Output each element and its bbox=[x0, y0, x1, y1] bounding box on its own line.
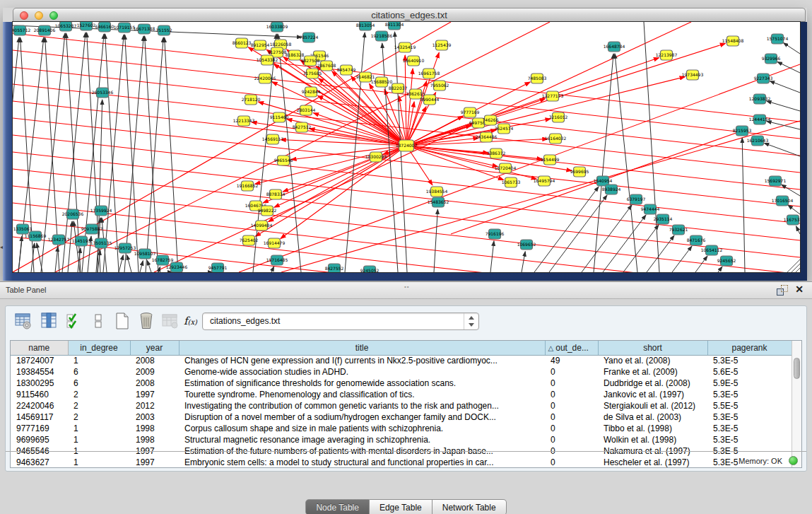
column-header-in-degree[interactable]: in_degree bbox=[68, 341, 130, 355]
graph-node[interactable]: 12093832 bbox=[749, 94, 771, 104]
graph-node[interactable]: 15751074 bbox=[767, 34, 789, 44]
graph-node[interactable]: 16648784 bbox=[604, 42, 625, 52]
panel-resize-grip[interactable]: •• bbox=[404, 284, 410, 290]
show-columns-icon[interactable] bbox=[40, 312, 58, 330]
graph-node[interactable]: 14099484 bbox=[251, 221, 273, 230]
graph-node[interactable]: 16671388 bbox=[134, 24, 155, 34]
table-mode-icon[interactable] bbox=[14, 312, 33, 330]
table-row[interactable]: 969969511998Structural magnetic resonanc… bbox=[11, 434, 792, 445]
table-row[interactable]: 2242004622012Investigating the contribut… bbox=[11, 400, 792, 411]
graph-node[interactable]: 14055712 bbox=[13, 25, 30, 35]
column-header-pagerank[interactable]: pagerank bbox=[707, 341, 792, 355]
graph-node[interactable]: 12923446 bbox=[166, 262, 188, 272]
graph-node[interactable]: 1125439 bbox=[433, 40, 452, 50]
graph-node[interactable]: 8427552 bbox=[325, 264, 344, 272]
graph-node[interactable]: 3216012 bbox=[549, 112, 568, 122]
table-row[interactable]: 1872400712008Changes of HCN gene express… bbox=[11, 355, 792, 366]
graph-node[interactable]: 19734493 bbox=[682, 70, 704, 80]
graph-node[interactable]: 1065733 bbox=[502, 177, 521, 187]
graph-node[interactable]: 15692971 bbox=[765, 176, 787, 186]
graph-node[interactable]: 14569117 bbox=[262, 134, 284, 144]
table-row[interactable]: 1938455462009Genome-wide association stu… bbox=[11, 366, 792, 378]
graph-node[interactable]: 16720404 bbox=[495, 163, 517, 173]
graph-node[interactable]: 19218586 bbox=[371, 31, 393, 41]
tab-node-table[interactable]: Node Table bbox=[305, 499, 370, 514]
graph-node[interactable]: 16495794 bbox=[534, 176, 555, 186]
table-row[interactable]: 911546021997Tourette syndrome. Phenomeno… bbox=[11, 389, 792, 400]
close-panel-button[interactable]: ✕ bbox=[795, 284, 804, 295]
function-builder-icon[interactable]: f(x) bbox=[184, 315, 202, 333]
graph-node[interactable]: 9154499 bbox=[541, 155, 560, 165]
tab-network-table[interactable]: Network Table bbox=[433, 499, 507, 514]
graph-node[interactable]: 8660123 bbox=[233, 38, 252, 48]
float-window-icon[interactable] bbox=[777, 285, 788, 296]
graph-node[interactable]: 7386372 bbox=[487, 148, 506, 158]
table-selector-dropdown[interactable]: citations_edges.txt bbox=[202, 313, 479, 330]
graph-node[interactable]: 3624574 bbox=[495, 124, 514, 134]
graph-node[interactable]: 16961758 bbox=[418, 69, 440, 78]
graph-node[interactable]: 16164032 bbox=[545, 134, 567, 144]
column-header-out-de-[interactable]: △out_de... bbox=[545, 341, 598, 355]
graph-node[interactable]: 1069652 bbox=[517, 240, 536, 250]
graph-node[interactable]: 8822037 bbox=[389, 83, 408, 93]
graph-node[interactable]: 26053346 bbox=[92, 88, 114, 98]
graph-node[interactable]: 6466160 bbox=[95, 22, 114, 32]
graph-node[interactable]: 16210643 bbox=[747, 136, 769, 146]
delete-table-icon[interactable] bbox=[137, 312, 155, 330]
graph-node[interactable]: 15716485 bbox=[266, 255, 288, 265]
graph-node[interactable]: 16033809 bbox=[266, 22, 288, 32]
graph-node[interactable]: 9699695 bbox=[570, 167, 589, 177]
graph-node[interactable]: 7916196 bbox=[486, 229, 505, 239]
graph-node[interactable]: 8215953 bbox=[733, 126, 752, 136]
graph-node[interactable]: 1167533 bbox=[784, 215, 800, 225]
node-table[interactable]: namein_degreeyeartitle△out_de...shortpag… bbox=[10, 340, 802, 468]
graph-node[interactable]: 11548408 bbox=[722, 36, 744, 46]
table-row[interactable]: 1830029562008Estimation of significance … bbox=[11, 378, 792, 389]
graph-node[interactable]: 8411304 bbox=[385, 22, 404, 30]
graph-node[interactable]: 7485083 bbox=[528, 74, 547, 83]
graph-node[interactable]: 9242844 bbox=[302, 87, 321, 97]
graph-node[interactable]: 24364486 bbox=[476, 132, 498, 142]
network-canvas[interactable]: 18724007 8660123 8912954 18226058 912750… bbox=[13, 22, 800, 272]
graph-node[interactable]: 7857224 bbox=[300, 33, 319, 42]
graph-node[interactable]: 9777169 bbox=[461, 107, 480, 117]
tab-edge-table[interactable]: Edge Table bbox=[370, 499, 433, 514]
graph-node[interactable]: 1145193 bbox=[72, 236, 91, 246]
graph-node[interactable]: 13505135 bbox=[90, 238, 112, 248]
collapse-panel-arrow-icon[interactable]: ◂ bbox=[0, 244, 3, 250]
graph-node[interactable]: 8454749 bbox=[337, 65, 356, 75]
table-row[interactable]: 977716911998Corpus callosum shape and si… bbox=[11, 423, 792, 434]
graph-node[interactable]: 17016504 bbox=[772, 196, 794, 206]
graph-node[interactable]: 16640910 bbox=[403, 56, 425, 66]
graph-node[interactable]: 746266 bbox=[483, 115, 499, 125]
column-header-short[interactable]: short bbox=[598, 341, 707, 355]
table-scrollbar-thumb[interactable] bbox=[794, 358, 800, 379]
column-header-name[interactable]: name bbox=[11, 341, 68, 355]
graph-node[interactable]: 9245652 bbox=[717, 256, 736, 266]
column-header-title[interactable]: title bbox=[179, 341, 545, 355]
column-header-year[interactable]: year bbox=[130, 341, 179, 355]
graph-node[interactable]: 16914479 bbox=[264, 238, 286, 248]
graph-node[interactable]: 12213987 bbox=[656, 50, 678, 60]
graph-node[interactable]: 9245052 bbox=[360, 266, 379, 272]
graph-node[interactable]: 9457791 bbox=[208, 263, 228, 272]
graph-node[interactable]: 8813054 bbox=[356, 22, 375, 30]
graph-node[interactable]: 10719155 bbox=[114, 23, 136, 33]
table-row[interactable]: 1456911722003Disruption of a novel membe… bbox=[11, 411, 792, 423]
new-document-icon[interactable] bbox=[113, 312, 131, 330]
graph-node[interactable]: 8912954 bbox=[251, 40, 270, 50]
window-titlebar[interactable]: citations_edges.txt bbox=[13, 8, 806, 22]
graph-node[interactable]: 19166852 bbox=[237, 181, 259, 191]
graph-node[interactable]: 16782759 bbox=[152, 255, 174, 265]
graph-node[interactable]: 10653287 bbox=[55, 22, 77, 31]
select-all-icon[interactable] bbox=[65, 312, 83, 330]
graph-node[interactable]: 8471676 bbox=[687, 235, 706, 245]
table-scrollbar[interactable] bbox=[792, 341, 801, 467]
graph-node[interactable]: 2718120 bbox=[242, 95, 261, 105]
graph-node[interactable]: 12213343 bbox=[233, 116, 255, 126]
graph-node[interactable]: 751552 bbox=[156, 25, 172, 35]
graph-node[interactable]: 9227343 bbox=[754, 74, 773, 83]
checkbox-list-icon[interactable] bbox=[89, 312, 107, 330]
table-header-row[interactable]: namein_degreeyeartitle△out_de...shortpag… bbox=[11, 341, 792, 355]
graph-node[interactable]: 18724007 bbox=[396, 140, 418, 151]
